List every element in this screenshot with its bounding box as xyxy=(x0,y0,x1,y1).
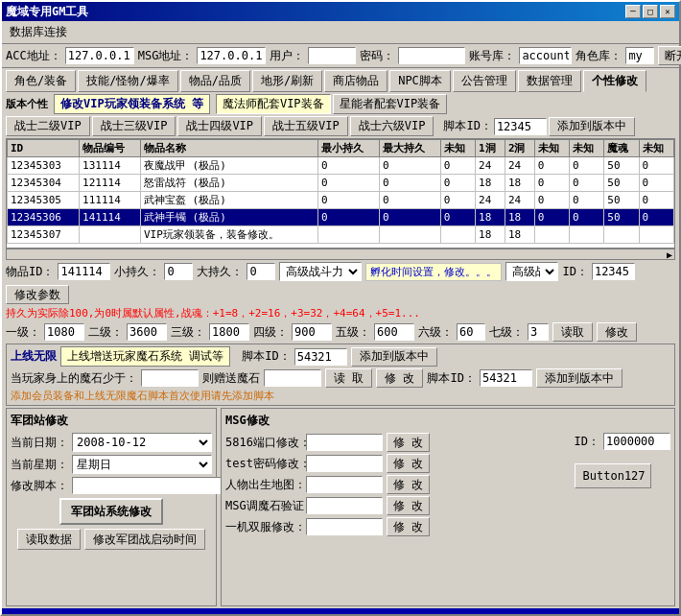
msg-right: ID： Button127 xyxy=(575,433,670,538)
config-tab-star[interactable]: 星能者配套VIP装备 xyxy=(333,94,448,114)
msg-row-3: MSG调魔石验证：修 改 xyxy=(225,496,567,515)
guild-big-btn[interactable]: 军团站系统修改 xyxy=(59,498,163,525)
maximize-button[interactable]: □ xyxy=(643,5,658,18)
gift-threshold-input[interactable] xyxy=(141,369,199,387)
combat-select[interactable]: 高级战斗力 xyxy=(279,262,362,281)
lv2-input[interactable] xyxy=(127,323,167,341)
unlimited-add-btn[interactable]: 添加到版本中 xyxy=(351,347,437,367)
level-mod-btn[interactable]: 修改 xyxy=(597,322,637,342)
main-content: 版本个性 修改VIP玩家领装备系统 等 魔法师配套VIP装备 星能者配套VIP装… xyxy=(2,92,679,608)
item-id-input[interactable] xyxy=(58,263,110,280)
msg-row-btn-2[interactable]: 修 改 xyxy=(387,475,430,494)
guild-script-row: 修改脚本： xyxy=(11,477,212,494)
msg-section: MSG修改 5816端口修改：修 改test密码修改：修 改人物出生地图：修 改… xyxy=(221,408,675,606)
button127[interactable]: Button127 xyxy=(575,463,651,488)
gift-amount-input[interactable] xyxy=(264,369,321,387)
minimize-button[interactable]: ─ xyxy=(625,5,641,18)
guild-date-label: 当前日期： xyxy=(11,435,68,451)
msg-row-input-1[interactable] xyxy=(306,455,383,472)
config-tab-mage[interactable]: 魔法师配套VIP装备 xyxy=(216,94,331,114)
foot-id-label: 脚本ID： xyxy=(443,118,491,134)
msg-row-input-2[interactable] xyxy=(306,476,383,493)
max-dur-input[interactable] xyxy=(247,263,275,280)
msg-row-btn-4[interactable]: 修 改 xyxy=(387,517,430,536)
menu-item-db[interactable]: 数据库连接 xyxy=(6,23,71,41)
table-row[interactable]: 12345303131114夜魔战甲 (极品)000242400500 xyxy=(8,157,674,175)
unlimited-add-btn2[interactable]: 添加到版本中 xyxy=(536,368,622,388)
tab-skill-mob[interactable]: 技能/怪物/爆率 xyxy=(78,70,177,92)
connect-button[interactable]: 断开 xyxy=(658,46,681,65)
tab-data-mgmt[interactable]: 数据管理 xyxy=(518,70,581,92)
msg-row-btn-3[interactable]: 修 改 xyxy=(387,496,430,515)
unlimited-script-id-input[interactable] xyxy=(294,348,347,366)
guild-week-select[interactable]: 星期日 xyxy=(72,455,212,474)
acc-db-label: 账号库： xyxy=(469,48,515,64)
vip-tab-lv5[interactable]: 战士五级VIP xyxy=(264,116,348,136)
table-row[interactable]: 12345306141114武神手镯 (极品)000181800500 xyxy=(8,209,674,226)
title-bar-buttons: ─ □ ✕ xyxy=(625,5,675,18)
vip-table[interactable]: ID 物品编号 物品名称 最小持久 最大持久 未知 1洞 2洞 未知 未知 魔魂… xyxy=(6,138,675,249)
tab-item-quality[interactable]: 物品/品质 xyxy=(180,70,250,92)
msg-row-input-0[interactable] xyxy=(306,434,383,451)
pwd-input[interactable] xyxy=(398,47,465,64)
user-input[interactable] xyxy=(308,47,356,64)
msg-ip-input[interactable] xyxy=(197,47,266,64)
unlimited-mod-btn[interactable]: 修 改 xyxy=(376,368,423,388)
msg-row-input-4[interactable] xyxy=(306,518,383,535)
msg-row-input-3[interactable] xyxy=(306,497,383,514)
col-unk3: 未知 xyxy=(570,140,604,157)
msg-row-label-0: 5816端口修改： xyxy=(225,435,302,451)
close-button[interactable]: ✕ xyxy=(660,5,675,18)
guild-script-input[interactable] xyxy=(72,477,224,494)
lv7-input[interactable] xyxy=(528,323,549,341)
acc-db-input[interactable] xyxy=(519,47,572,64)
lv1-input[interactable] xyxy=(44,323,84,341)
vip-tab-lv6[interactable]: 战士六级VIP xyxy=(350,116,434,136)
lv5-input[interactable] xyxy=(374,323,414,341)
tab-terrain[interactable]: 地形/刷新 xyxy=(252,70,322,92)
combat-select2[interactable]: 高级战 xyxy=(505,262,558,281)
vip-tab-lv2[interactable]: 战士二级VIP xyxy=(6,116,90,136)
msg-content: 5816端口修改：修 改test密码修改：修 改人物出生地图：修 改MSG调魔石… xyxy=(225,433,670,538)
lv4-label: 四级： xyxy=(253,324,288,341)
min-dur-input[interactable] xyxy=(164,263,193,280)
table-row[interactable]: 12345304121114怒雷战符 (极品)000181800500 xyxy=(8,175,674,192)
unlimited-script-id2-input[interactable] xyxy=(480,369,532,387)
tab-role-equip[interactable]: 角色/装备 xyxy=(6,70,76,92)
role-db-label: 角色库： xyxy=(575,48,622,64)
msg-id-row: ID： xyxy=(575,433,670,450)
msg-row-btn-1[interactable]: 修 改 xyxy=(387,454,430,473)
tab-shop[interactable]: 商店物品 xyxy=(324,70,387,92)
item-id-label: 物品ID： xyxy=(6,264,54,280)
main-tabs: 角色/装备 技能/怪物/爆率 物品/品质 地形/刷新 商店物品 NPC脚本 公告… xyxy=(2,68,679,92)
table-row[interactable]: 12345307VIP玩家领装备，装备修改。1818 xyxy=(8,226,674,244)
guild-read-btn[interactable]: 读取数据 xyxy=(17,529,81,550)
unlimited-read-btn[interactable]: 读 取 xyxy=(325,368,372,388)
vip-tab-lv3[interactable]: 战士三级VIP xyxy=(92,116,176,136)
role-db-input[interactable] xyxy=(625,47,654,64)
vip-tab-lv4[interactable]: 战士四级VIP xyxy=(177,116,262,136)
lv3-input[interactable] xyxy=(209,323,249,341)
conn-bar: ACC地址： MSG地址： 用户： 密码： 账号库： 角色库： 断开 xyxy=(2,44,679,68)
level-read-btn[interactable]: 读取 xyxy=(552,322,593,342)
item-id2-input[interactable] xyxy=(592,263,635,280)
tab-personal[interactable]: 个性修改 xyxy=(583,70,646,92)
guild-time-btn[interactable]: 修改军团战启动时间 xyxy=(84,529,205,550)
msg-id-input[interactable] xyxy=(603,433,670,450)
tab-npc[interactable]: NPC脚本 xyxy=(389,70,451,92)
acc-ip-input[interactable] xyxy=(65,47,134,64)
add-to-version-btn[interactable]: 添加到版本中 xyxy=(549,117,635,136)
msg-row-label-2: 人物出生地图： xyxy=(225,477,302,493)
unlimited-title: 上线无限 xyxy=(11,348,57,365)
table-row[interactable]: 12345305111114武神宝盔 (极品)000242400500 xyxy=(8,192,674,209)
lv4-input[interactable] xyxy=(292,323,332,341)
msg-row-2: 人物出生地图：修 改 xyxy=(225,475,567,494)
tab-announce[interactable]: 公告管理 xyxy=(453,70,516,92)
mod-params-btn[interactable]: 修改参数 xyxy=(6,285,69,304)
guild-date-select[interactable]: 2008-10-12 xyxy=(72,433,212,452)
menu-bar: 数据库连接 xyxy=(2,21,679,44)
lv6-input[interactable] xyxy=(457,323,485,341)
unlimited-script-id2-label: 脚本ID： xyxy=(427,370,475,387)
msg-row-btn-0[interactable]: 修 改 xyxy=(387,433,430,452)
foot-id-input[interactable] xyxy=(494,118,547,135)
